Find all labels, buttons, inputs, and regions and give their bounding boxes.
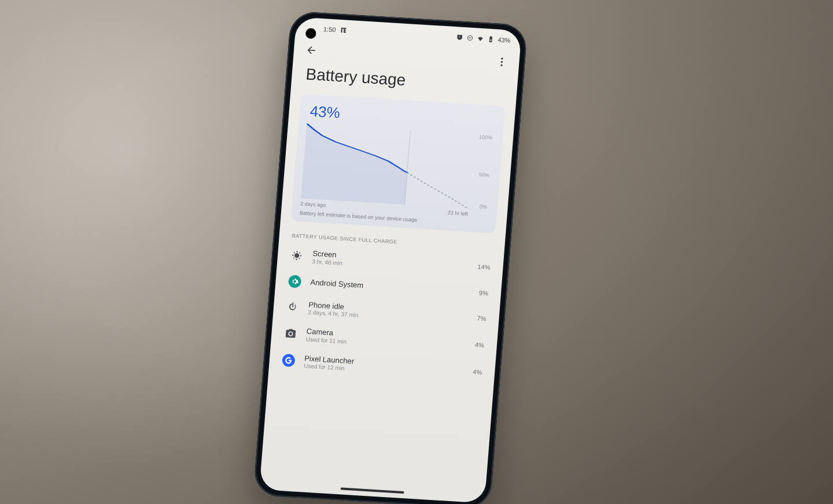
chart-ylabel-0: 0% (479, 203, 487, 210)
chart-xlabel-right: 23 hr left (447, 210, 468, 217)
app-usage-text: Pixel LauncherUsed for 12 min (304, 354, 465, 379)
camera-icon (284, 327, 298, 340)
app-usage-percent: 9% (479, 289, 489, 297)
app-usage-text: Android System (310, 277, 470, 296)
app-usage-percent: 7% (477, 314, 486, 322)
battery-chart: 100% 50% 0% (301, 124, 474, 209)
app-usage-text: Phone idle2 days, 4 hr, 37 min (308, 300, 469, 325)
chart-ylabel-100: 100% (479, 134, 493, 140)
svg-point-2 (501, 61, 503, 63)
svg-point-3 (500, 64, 503, 66)
more-vert-icon (496, 56, 508, 68)
brightness-icon (290, 249, 304, 262)
dnd-icon (466, 34, 474, 42)
status-time: 1:50 (323, 25, 336, 33)
app-usage-percent: 4% (473, 368, 482, 376)
gesture-nav-handle[interactable] (341, 487, 404, 494)
gear-teal-icon (288, 275, 302, 288)
app-usage-text: CameraUsed for 11 min (305, 327, 466, 352)
back-button[interactable] (301, 40, 321, 60)
battery-icon (487, 36, 495, 43)
overflow-menu-button[interactable] (492, 52, 511, 72)
google-blue-icon (282, 354, 296, 367)
battery-chart-panel: 43% 100% 50% 0% 2 days ago 23 hr left Ba… (291, 94, 506, 234)
app-usage-percent: 4% (475, 342, 485, 349)
power-icon (286, 300, 300, 313)
phone-device-frame: 1:50 43% Battery usage (253, 11, 528, 504)
alarm-icon (456, 34, 463, 41)
status-battery-pct: 43% (497, 36, 511, 44)
app-usage-text: Screen3 hr, 46 min (312, 249, 469, 274)
app-usage-list: Screen3 hr, 46 min14%Android System9%Pho… (268, 241, 504, 387)
chart-ylabel-50: 50% (479, 172, 490, 178)
wifi-icon (477, 35, 484, 42)
chart-xlabel-left: 2 days ago (300, 201, 326, 208)
svg-point-1 (501, 58, 503, 60)
app-usage-percent: 14% (477, 264, 491, 271)
carrier-icon (340, 27, 348, 34)
svg-line-5 (404, 130, 410, 205)
arrow-left-icon (305, 44, 318, 56)
app-name: Android System (310, 277, 470, 296)
phone-screen: 1:50 43% Battery usage (259, 17, 522, 503)
